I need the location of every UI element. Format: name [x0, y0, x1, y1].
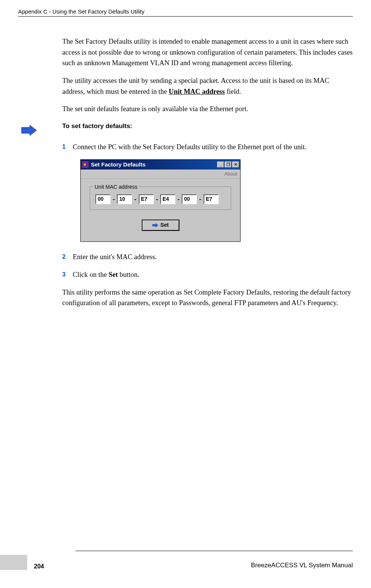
paragraph-mac: The utility accesses the unit by sending…	[62, 75, 353, 97]
paragraph-intro: The Set Factory Defaults utility is inte…	[62, 36, 353, 69]
mac-legend: Unit MAC address	[93, 183, 139, 191]
step-3-num: 3	[62, 269, 73, 280]
mac-dash: -	[134, 195, 136, 204]
set-factory-defaults-dialog: Set Factory Defaults _ ❐ ✕ About Unit MA…	[80, 159, 241, 242]
step-1: 1 Connect the PC with the Set Factory De…	[62, 142, 353, 153]
mac-dash: -	[178, 195, 179, 204]
set-button-label: Set	[161, 221, 169, 229]
footer-title: BreezeACCESS VL System Manual	[44, 562, 353, 570]
mac-dash: -	[113, 195, 115, 204]
step-2-num: 2	[62, 252, 73, 263]
step-3: 3 Click on the Set button.	[62, 269, 353, 280]
mac-octet-2[interactable]: 10	[117, 194, 132, 204]
arrow-icon	[21, 125, 37, 137]
set-arrow-icon	[152, 223, 158, 228]
page-number: 204	[34, 563, 44, 570]
mac-fieldset: Unit MAC address 00 - 10 - E7 - E4 - 00 …	[90, 186, 231, 210]
procedure-heading: To set factory defaults:	[62, 121, 353, 131]
mac-octet-5[interactable]: 00	[182, 194, 197, 204]
footer-rule	[75, 551, 353, 551]
step-1-num: 1	[62, 142, 73, 153]
step-3-b: button.	[118, 271, 140, 278]
step-3-a: Click on the	[73, 271, 109, 278]
p2b: field.	[225, 88, 241, 95]
page-number-block	[0, 555, 27, 570]
paragraph-conclusion: This utility performs the same operation…	[62, 287, 353, 309]
step-3-text: Click on the Set button.	[73, 269, 353, 280]
step-3-bold: Set	[109, 271, 118, 278]
set-button[interactable]: Set	[142, 220, 179, 231]
menu-about[interactable]: About	[224, 171, 237, 177]
mac-dash: -	[156, 195, 158, 204]
mac-octet-1[interactable]: 00	[95, 194, 110, 204]
mac-octet-4[interactable]: E4	[160, 194, 175, 204]
dialog-titlebar: Set Factory Defaults _ ❐ ✕	[81, 160, 240, 170]
close-button[interactable]: ✕	[232, 162, 239, 168]
step-1-text: Connect the PC with the Set Factory Defa…	[73, 142, 353, 153]
step-2: 2 Enter the unit's MAC address.	[62, 252, 353, 263]
mac-octet-6[interactable]: E7	[204, 194, 219, 204]
mac-dash: -	[199, 195, 201, 204]
step-2-text: Enter the unit's MAC address.	[73, 252, 353, 263]
dialog-title: Set Factory Defaults	[91, 160, 217, 169]
paragraph-ethernet: The set unit defaults feature is only av…	[62, 104, 353, 115]
page-header: Appendix C - Using the Set Factory Defau…	[18, 8, 353, 15]
mac-octet-3[interactable]: E7	[139, 194, 154, 204]
maximize-button[interactable]: ❐	[225, 162, 231, 168]
dialog-app-icon	[82, 161, 89, 168]
minimize-button[interactable]: _	[217, 162, 224, 168]
p2-bold: Unit MAC address	[169, 88, 225, 95]
svg-marker-0	[21, 125, 37, 136]
dialog-menubar: About	[81, 170, 240, 179]
svg-marker-1	[83, 163, 86, 166]
svg-marker-2	[152, 223, 158, 228]
